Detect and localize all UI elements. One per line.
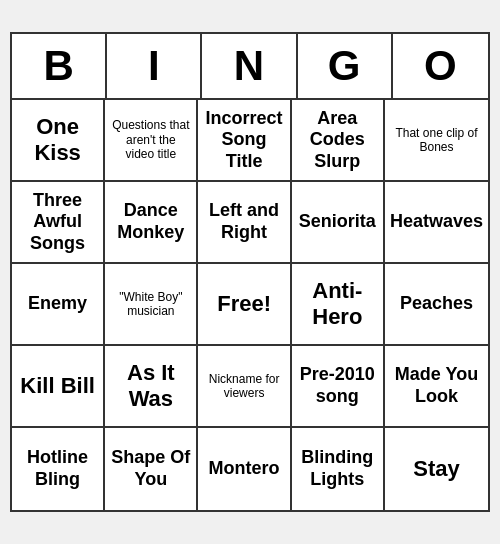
cell-text-16: As It Was [110, 360, 191, 413]
bingo-cell-12[interactable]: Free! [198, 264, 291, 346]
cell-text-6: Dance Monkey [110, 200, 191, 243]
bingo-cell-24[interactable]: Stay [385, 428, 488, 510]
bingo-cell-9[interactable]: Heatwaves [385, 182, 488, 264]
bingo-cell-8[interactable]: Seniorita [292, 182, 385, 264]
cell-text-1: Questions that aren't the video title [110, 118, 191, 161]
bingo-cell-17[interactable]: Nickname for viewers [198, 346, 291, 428]
bingo-cell-19[interactable]: Made You Look [385, 346, 488, 428]
bingo-grid: One KissQuestions that aren't the video … [12, 100, 488, 510]
bingo-letter-g: G [298, 34, 393, 98]
bingo-cell-14[interactable]: Peaches [385, 264, 488, 346]
cell-text-10: Enemy [28, 293, 87, 315]
cell-text-5: Three Awful Songs [17, 190, 98, 255]
cell-text-7: Left and Right [203, 200, 284, 243]
bingo-cell-2[interactable]: Incorrect Song Title [198, 100, 291, 182]
bingo-letter-o: O [393, 34, 488, 98]
cell-text-19: Made You Look [390, 364, 483, 407]
bingo-cell-13[interactable]: Anti-Hero [292, 264, 385, 346]
cell-text-0: One Kiss [17, 114, 98, 167]
bingo-card: BINGO One KissQuestions that aren't the … [10, 32, 490, 512]
bingo-cell-16[interactable]: As It Was [105, 346, 198, 428]
cell-text-23: Blinding Lights [297, 447, 378, 490]
cell-text-14: Peaches [400, 293, 473, 315]
cell-text-24: Stay [413, 456, 459, 482]
bingo-letter-n: N [202, 34, 297, 98]
bingo-cell-3[interactable]: Area Codes Slurp [292, 100, 385, 182]
cell-text-12: Free! [217, 291, 271, 317]
bingo-cell-18[interactable]: Pre-2010 song [292, 346, 385, 428]
cell-text-15: Kill Bill [20, 373, 95, 399]
bingo-cell-6[interactable]: Dance Monkey [105, 182, 198, 264]
cell-text-8: Seniorita [299, 211, 376, 233]
bingo-letter-b: B [12, 34, 107, 98]
cell-text-13: Anti-Hero [297, 278, 378, 331]
bingo-cell-21[interactable]: Shape Of You [105, 428, 198, 510]
cell-text-21: Shape Of You [110, 447, 191, 490]
bingo-cell-1[interactable]: Questions that aren't the video title [105, 100, 198, 182]
cell-text-3: Area Codes Slurp [297, 108, 378, 173]
bingo-cell-15[interactable]: Kill Bill [12, 346, 105, 428]
bingo-cell-7[interactable]: Left and Right [198, 182, 291, 264]
bingo-cell-5[interactable]: Three Awful Songs [12, 182, 105, 264]
cell-text-9: Heatwaves [390, 211, 483, 233]
bingo-cell-20[interactable]: Hotline Bling [12, 428, 105, 510]
cell-text-2: Incorrect Song Title [203, 108, 284, 173]
bingo-cell-10[interactable]: Enemy [12, 264, 105, 346]
cell-text-22: Montero [209, 458, 280, 480]
cell-text-11: "White Boy" musician [110, 290, 191, 319]
cell-text-18: Pre-2010 song [297, 364, 378, 407]
bingo-cell-0[interactable]: One Kiss [12, 100, 105, 182]
bingo-header: BINGO [12, 34, 488, 100]
cell-text-17: Nickname for viewers [203, 372, 284, 401]
cell-text-20: Hotline Bling [17, 447, 98, 490]
bingo-cell-23[interactable]: Blinding Lights [292, 428, 385, 510]
bingo-cell-22[interactable]: Montero [198, 428, 291, 510]
bingo-cell-11[interactable]: "White Boy" musician [105, 264, 198, 346]
cell-text-4: That one clip of Bones [390, 126, 483, 155]
bingo-letter-i: I [107, 34, 202, 98]
bingo-cell-4[interactable]: That one clip of Bones [385, 100, 488, 182]
